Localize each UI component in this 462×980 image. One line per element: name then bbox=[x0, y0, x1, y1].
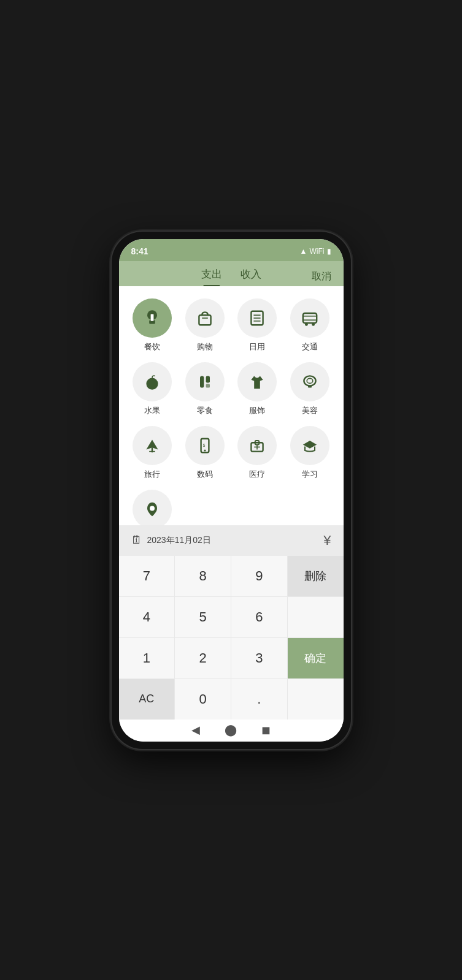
category-dining[interactable]: 餐饮 bbox=[129, 298, 177, 352]
medical-icon bbox=[237, 426, 277, 465]
svg-rect-9 bbox=[303, 313, 317, 323]
svg-text:$: $ bbox=[203, 443, 206, 447]
category-fruit[interactable]: 水果 bbox=[129, 362, 177, 416]
key-删除[interactable]: 删除 bbox=[288, 556, 344, 596]
key-5[interactable]: 5 bbox=[175, 597, 231, 637]
key-确定[interactable]: 确定 bbox=[288, 638, 344, 678]
date-display: 2023年11月02日 bbox=[147, 535, 211, 546]
svg-point-32 bbox=[150, 506, 155, 511]
study-icon bbox=[290, 426, 329, 465]
svg-rect-18 bbox=[206, 376, 209, 382]
signal-icon: ▲ bbox=[300, 247, 307, 256]
svg-point-21 bbox=[307, 378, 313, 383]
svg-rect-19 bbox=[206, 384, 209, 387]
clothing-label: 服饰 bbox=[249, 405, 265, 416]
category-daily[interactable]: 日用 bbox=[234, 298, 282, 352]
transport-icon bbox=[290, 298, 329, 338]
digital-label: 数码 bbox=[197, 469, 213, 480]
key-6[interactable]: 6 bbox=[231, 597, 287, 637]
category-digital[interactable]: $数码 bbox=[181, 426, 229, 480]
daily-icon bbox=[237, 298, 277, 338]
study-label: 学习 bbox=[302, 469, 318, 480]
numpad: 789删除456123确定AC0. bbox=[119, 556, 344, 720]
phone-screen: 8:41 ▲ WiFi ▮ 支出 收入 取消 餐饮购物日用交通水果零食服饰美容旅… bbox=[119, 239, 344, 742]
svg-point-26 bbox=[204, 449, 206, 451]
currency-symbol: ¥ bbox=[323, 533, 331, 549]
category-travel[interactable]: 旅行 bbox=[129, 426, 177, 480]
category-grid: 餐饮购物日用交通水果零食服饰美容旅行$数码医疗学习其他 bbox=[129, 298, 334, 525]
wifi-icon: WiFi bbox=[310, 247, 325, 256]
date-left: 🗓 2023年11月02日 bbox=[131, 534, 211, 547]
key-empty-15 bbox=[288, 679, 344, 720]
category-shopping[interactable]: 购物 bbox=[181, 298, 229, 352]
category-area: 餐饮购物日用交通水果零食服饰美容旅行$数码医疗学习其他 bbox=[119, 286, 344, 525]
snack-label: 零食 bbox=[197, 405, 213, 416]
dining-icon bbox=[133, 298, 172, 338]
shopping-label: 购物 bbox=[197, 341, 213, 352]
key-3[interactable]: 3 bbox=[231, 638, 287, 678]
header: 支出 收入 取消 bbox=[119, 261, 344, 286]
clothing-icon bbox=[237, 362, 277, 401]
category-snack[interactable]: 零食 bbox=[181, 362, 229, 416]
medical-label: 医疗 bbox=[249, 469, 265, 480]
key-.[interactable]: . bbox=[231, 679, 287, 720]
svg-rect-17 bbox=[200, 376, 204, 387]
digital-icon: $ bbox=[185, 426, 225, 465]
status-time: 8:41 bbox=[131, 246, 148, 256]
key-0[interactable]: 0 bbox=[175, 679, 231, 720]
phone-frame: 8:41 ▲ WiFi ▮ 支出 收入 取消 餐饮购物日用交通水果零食服饰美容旅… bbox=[112, 232, 351, 749]
beauty-icon bbox=[290, 362, 329, 401]
key-8[interactable]: 8 bbox=[175, 556, 231, 596]
fruit-label: 水果 bbox=[144, 405, 160, 416]
key-empty-7 bbox=[288, 597, 344, 637]
category-medical[interactable]: 医疗 bbox=[234, 426, 282, 480]
shopping-icon bbox=[185, 298, 225, 338]
svg-rect-3 bbox=[199, 315, 210, 325]
tab-row: 支出 收入 取消 bbox=[131, 267, 331, 286]
fruit-icon bbox=[133, 362, 172, 401]
battery-icon: ▮ bbox=[327, 247, 331, 256]
other-icon bbox=[133, 490, 172, 525]
travel-label: 旅行 bbox=[144, 469, 160, 480]
key-AC[interactable]: AC bbox=[119, 679, 175, 720]
category-transport[interactable]: 交通 bbox=[286, 298, 334, 352]
date-row: 🗓 2023年11月02日 ¥ bbox=[119, 525, 344, 556]
recent-button[interactable]: ◼ bbox=[261, 723, 271, 737]
svg-rect-10 bbox=[303, 316, 317, 319]
status-icons: ▲ WiFi ▮ bbox=[300, 247, 331, 256]
category-other[interactable]: 其他 bbox=[129, 490, 177, 525]
svg-rect-22 bbox=[308, 386, 312, 387]
svg-point-20 bbox=[304, 376, 315, 386]
daily-label: 日用 bbox=[249, 341, 265, 352]
key-1[interactable]: 1 bbox=[119, 638, 175, 678]
tab-income[interactable]: 收入 bbox=[241, 267, 261, 286]
svg-rect-2 bbox=[151, 314, 154, 321]
status-bar: 8:41 ▲ WiFi ▮ bbox=[119, 239, 344, 261]
travel-icon bbox=[133, 426, 172, 465]
dining-label: 餐饮 bbox=[144, 341, 160, 352]
bottom-area: 🗓 2023年11月02日 ¥ 789删除456123确定AC0. bbox=[119, 525, 344, 720]
tabs: 支出 收入 bbox=[201, 267, 261, 286]
key-4[interactable]: 4 bbox=[119, 597, 175, 637]
snack-icon bbox=[185, 362, 225, 401]
key-2[interactable]: 2 bbox=[175, 638, 231, 678]
cancel-button[interactable]: 取消 bbox=[312, 268, 331, 286]
category-beauty[interactable]: 美容 bbox=[286, 362, 334, 416]
tab-expense[interactable]: 支出 bbox=[201, 267, 222, 286]
category-clothing[interactable]: 服饰 bbox=[234, 362, 282, 416]
beauty-label: 美容 bbox=[302, 405, 318, 416]
nav-bar: ◀ ⬤ ◼ bbox=[119, 720, 344, 742]
home-button[interactable]: ⬤ bbox=[225, 723, 237, 737]
transport-label: 交通 bbox=[302, 341, 318, 352]
key-9[interactable]: 9 bbox=[231, 556, 287, 596]
key-7[interactable]: 7 bbox=[119, 556, 175, 596]
category-study[interactable]: 学习 bbox=[286, 426, 334, 480]
back-button[interactable]: ◀ bbox=[191, 723, 200, 737]
calendar-icon: 🗓 bbox=[131, 534, 142, 547]
